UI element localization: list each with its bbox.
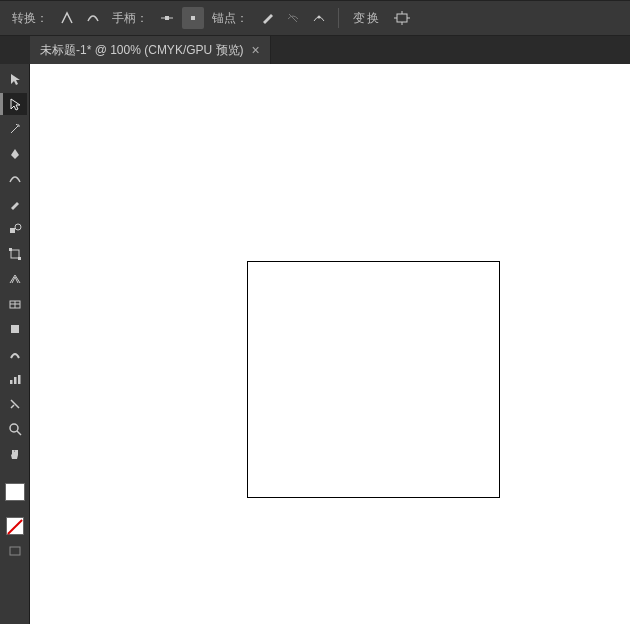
rectangle-shape[interactable] bbox=[247, 261, 500, 498]
handle-show-icon[interactable] bbox=[156, 7, 178, 29]
svg-rect-2 bbox=[191, 16, 195, 20]
document-tab-title: 未标题-1* @ 100% (CMYK/GPU 预览) bbox=[40, 42, 244, 59]
tab-strip: 未标题-1* @ 100% (CMYK/GPU 预览) × bbox=[0, 36, 630, 64]
svg-rect-5 bbox=[397, 14, 407, 22]
convert-smooth-icon[interactable] bbox=[82, 7, 104, 29]
svg-point-11 bbox=[15, 224, 21, 230]
stroke-none-swatch[interactable] bbox=[3, 515, 27, 537]
svg-rect-14 bbox=[18, 257, 21, 260]
magic-wand-tool[interactable] bbox=[3, 118, 27, 140]
anchor-join-icon[interactable] bbox=[308, 7, 330, 29]
toolbox bbox=[0, 64, 30, 624]
svg-rect-21 bbox=[18, 375, 21, 384]
close-icon[interactable]: × bbox=[252, 42, 260, 58]
column-graph-tool[interactable] bbox=[3, 368, 27, 390]
pen-tool[interactable] bbox=[3, 143, 27, 165]
fill-swatch[interactable] bbox=[3, 481, 27, 503]
canvas[interactable] bbox=[30, 64, 630, 624]
curvature-tool[interactable] bbox=[3, 168, 27, 190]
svg-line-3 bbox=[289, 14, 297, 22]
perspective-grid-tool[interactable] bbox=[3, 268, 27, 290]
convert-corner-icon[interactable] bbox=[56, 7, 78, 29]
hand-tool[interactable] bbox=[3, 443, 27, 465]
free-transform-tool[interactable] bbox=[3, 243, 27, 265]
paintbrush-tool[interactable] bbox=[3, 193, 27, 215]
convert-label: 转换： bbox=[12, 10, 48, 27]
svg-rect-10 bbox=[10, 228, 15, 233]
workspace bbox=[0, 64, 630, 624]
svg-rect-19 bbox=[10, 380, 13, 384]
fit-bounds-icon[interactable] bbox=[391, 7, 413, 29]
anchor-label: 锚点： bbox=[212, 10, 248, 27]
options-bar: 转换： 手柄： 锚点： 变换 bbox=[0, 0, 630, 36]
svg-rect-13 bbox=[9, 248, 12, 251]
svg-rect-12 bbox=[11, 250, 19, 258]
separator bbox=[338, 8, 339, 28]
handle-label: 手柄： bbox=[112, 10, 148, 27]
shaper-tool[interactable] bbox=[3, 218, 27, 240]
transform-button[interactable]: 变换 bbox=[347, 8, 387, 29]
svg-point-22 bbox=[10, 424, 18, 432]
svg-rect-24 bbox=[10, 547, 20, 555]
slice-tool[interactable] bbox=[3, 393, 27, 415]
mesh-tool[interactable] bbox=[3, 293, 27, 315]
document-tab[interactable]: 未标题-1* @ 100% (CMYK/GPU 预览) × bbox=[30, 36, 271, 64]
handle-hide-icon[interactable] bbox=[182, 7, 204, 29]
rotate-tool[interactable] bbox=[3, 318, 27, 340]
svg-line-23 bbox=[17, 431, 21, 435]
selection-tool[interactable] bbox=[3, 68, 27, 90]
zoom-tool[interactable] bbox=[3, 418, 27, 440]
svg-point-4 bbox=[318, 16, 321, 19]
svg-rect-18 bbox=[11, 325, 19, 333]
width-tool[interactable] bbox=[3, 343, 27, 365]
screen-mode-icon[interactable] bbox=[3, 540, 27, 562]
anchor-remove-icon[interactable] bbox=[256, 7, 278, 29]
svg-rect-20 bbox=[14, 377, 17, 384]
anchor-cut-icon[interactable] bbox=[282, 7, 304, 29]
direct-selection-tool[interactable] bbox=[3, 93, 27, 115]
